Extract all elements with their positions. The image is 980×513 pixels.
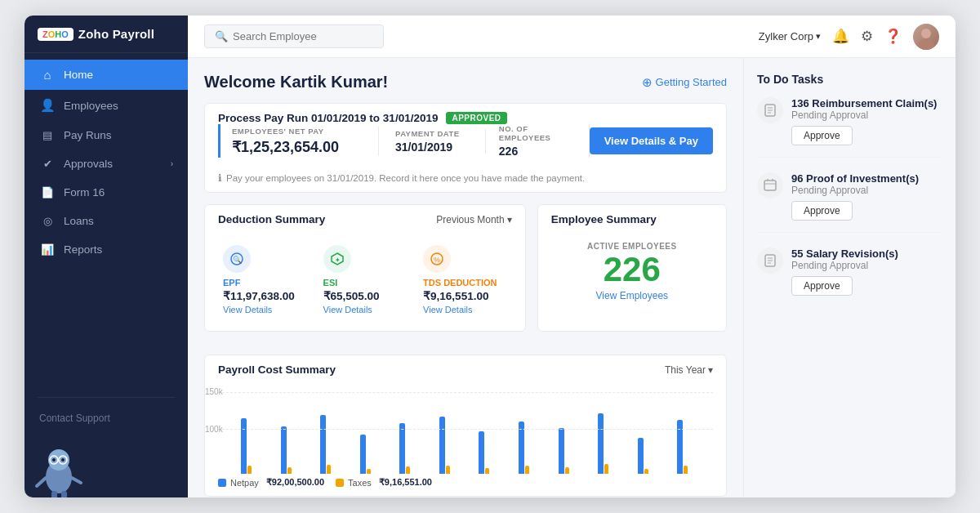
deduction-filter[interactable]: Previous Month ▾ [436,214,511,225]
bar-netpay [241,418,247,474]
getting-started-text: Getting Started [656,76,727,88]
bar-netpay [320,415,326,474]
chart-gridline-150k [218,392,713,393]
help-icon[interactable]: ❓ [884,28,902,45]
view-employees-link[interactable]: View Employees [551,290,713,301]
deduction-card-header: Deduction Summary Previous Month ▾ [205,205,525,234]
chart-area: 150k 100k [205,384,726,474]
pay-run-title: Process Pay Run 01/01/2019 to 31/01/2019 [218,112,438,124]
salary-icon [757,248,783,274]
todo-reimbursement-info: 136 Reimbursement Claim(s) Pending Appro… [791,97,942,145]
loans-icon: ◎ [39,215,56,227]
sidebar-item-pay-runs-label: Pay Runs [64,129,112,141]
contact-support-link[interactable]: Contact Support [24,404,188,432]
logo-zoho: ZOHO [38,28,74,41]
sidebar-item-approvals[interactable]: ✔ Approvals › [24,149,188,178]
legend-taxes-label: Taxes [348,478,372,488]
svg-text:✦: ✦ [334,256,340,264]
bar-taxes [644,469,648,474]
svg-text:🔍: 🔍 [233,255,243,265]
notifications-icon[interactable]: 🔔 [832,28,849,45]
deduction-filter-text: Previous Month [436,214,504,225]
todo-item-salary: 55 Salary Revision(s) Pending Approval A… [757,248,942,307]
tds-value: ₹9,16,551.00 [423,289,507,302]
tds-link[interactable]: View Details [423,305,507,314]
sidebar-item-loans-label: Loans [64,215,94,227]
legend-netpay: Netpay ₹92,00,500.00 [218,477,324,488]
bar-taxes [367,469,371,474]
svg-line-8 [72,478,81,483]
sidebar-item-employees[interactable]: 👤 Employees [24,90,188,121]
investment-approve-button[interactable]: Approve [791,201,853,221]
getting-started-link[interactable]: ⊕ Getting Started [642,75,727,90]
reimbursement-approve-button[interactable]: Approve [791,126,853,145]
sidebar-item-reports-label: Reports [64,243,102,256]
legend-taxes: Taxes ₹9,16,551.00 [336,477,432,488]
bar-group [598,413,634,474]
investment-icon [757,172,783,199]
chart-label-100k: 100k [205,425,223,434]
sidebar-divider [38,397,175,398]
deduction-items: 🔍 EPF ₹11,97,638.00 View Details ✦ E [205,234,525,331]
main-content: 🔍 Zylker Corp ▾ 🔔 ⚙ ❓ [188,16,956,497]
bar-group [360,435,396,474]
sidebar-item-employees-label: Employees [64,100,118,112]
todo-title: To Do Tasks [757,73,942,86]
pay-run-body-wrapper: EMPLOYEES' NET PAY ₹1,25,23,654.00 PAYME… [205,124,726,167]
content-main: Welcome Kartik Kumar! ⊕ Getting Started … [188,58,743,497]
search-input[interactable] [233,30,355,42]
legend-netpay-label: Netpay [230,478,259,488]
sidebar-item-reports[interactable]: 📊 Reports [24,235,188,264]
chart-legend: Netpay ₹92,00,500.00 Taxes ₹9,16,551.00 [205,474,726,496]
form16-icon: 📄 [39,186,56,199]
sidebar-item-home[interactable]: ⌂ Home [24,60,188,90]
deduction-chevron-icon: ▾ [507,214,512,225]
payroll-cost-filter[interactable]: This Year ▾ [665,364,713,376]
svg-rect-10 [61,491,67,497]
circle-play-icon: ⊕ [642,75,653,90]
reimbursement-icon [757,97,783,123]
esi-value: ₹65,505.00 [323,289,408,302]
user-avatar[interactable] [913,24,939,50]
bar-group [320,415,356,474]
pay-run-employees-section: NO. OF EMPLOYEES 226 [486,124,590,158]
svg-point-6 [61,458,65,462]
settings-icon[interactable]: ⚙ [861,28,873,45]
pay-runs-icon: ▤ [39,129,56,141]
pay-run-card: Process Pay Run 01/01/2019 to 31/01/2019… [204,103,727,193]
epf-link[interactable]: View Details [223,305,307,314]
bar-taxes [446,466,450,474]
svg-point-11 [921,29,931,38]
bar-netpay [479,431,484,474]
pay-run-net-pay-section: EMPLOYEES' NET PAY ₹1,25,23,654.00 [232,127,379,156]
sidebar-item-pay-runs[interactable]: ▤ Pay Runs [24,121,188,149]
sidebar-item-loans[interactable]: ◎ Loans [24,207,188,235]
payment-date-value: 31/01/2019 [395,141,472,154]
payroll-cost-chevron-icon: ▾ [708,364,713,376]
info-icon: ℹ [218,172,222,184]
deduction-summary-card: Deduction Summary Previous Month ▾ 🔍 [204,204,526,332]
sidebar-item-form16[interactable]: 📄 Form 16 [24,178,188,207]
company-selector[interactable]: Zylker Corp ▾ [759,30,821,42]
bar-taxes [565,467,569,474]
summary-row: Deduction Summary Previous Month ▾ 🔍 [204,204,727,343]
salary-approve-button[interactable]: Approve [791,276,853,296]
investment-count: 96 Proof of Investment(s) [791,172,942,185]
search-box[interactable]: 🔍 [204,25,384,48]
deduction-epf: 🔍 EPF ₹11,97,638.00 View Details [215,240,315,319]
esi-link[interactable]: View Details [323,305,408,314]
legend-taxes-dot [336,479,344,487]
todo-item-investment: 96 Proof of Investment(s) Pending Approv… [757,172,942,233]
bar-taxes [247,466,252,474]
svg-rect-22 [764,181,776,190]
bar-group [677,420,713,474]
epf-value: ₹11,97,638.00 [223,289,307,302]
sidebar-logo: ZOHO Zoho Payroll [24,16,188,53]
svg-point-12 [918,39,934,50]
bar-netpay [677,420,683,474]
payment-date-label: PAYMENT DATE [395,129,472,138]
bar-taxes [684,466,688,474]
todo-sidebar: To Do Tasks 136 Reimbursement Claim(s) P… [743,58,956,497]
view-details-pay-button[interactable]: View Details & Pay [590,127,713,154]
bar-netpay [281,426,287,474]
